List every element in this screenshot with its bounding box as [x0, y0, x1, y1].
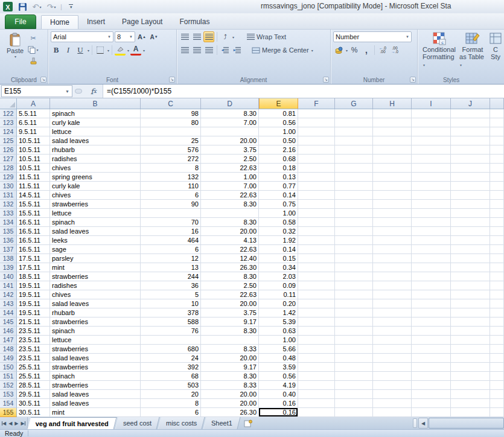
cell-B140[interactable]: strawberries [50, 272, 141, 281]
row-header-144[interactable]: 144 [0, 308, 17, 317]
cell-D132[interactable]: 8.30 [201, 200, 259, 209]
cell-D128[interactable]: 22.63 [201, 164, 259, 173]
cell-B145[interactable]: strawberries [50, 317, 141, 327]
cell-C133[interactable] [141, 209, 201, 218]
cell-partial[interactable] [490, 336, 504, 345]
cell-B143[interactable]: salad leaves [50, 299, 141, 308]
align-right-icon[interactable] [203, 45, 214, 56]
cell-J125[interactable] [451, 136, 490, 145]
align-center-icon[interactable] [191, 45, 202, 56]
cell-D139[interactable]: 26.30 [201, 263, 259, 272]
cell-G144[interactable] [335, 308, 373, 317]
cell-I124[interactable] [412, 127, 451, 136]
cell-F154[interactable] [298, 399, 335, 408]
cell-G149[interactable] [335, 354, 373, 363]
cell-F139[interactable] [298, 263, 335, 272]
cell-B144[interactable]: rhubarb [50, 308, 141, 317]
cell-I128[interactable] [412, 164, 451, 173]
cell-H124[interactable] [373, 127, 412, 136]
row-header-126[interactable]: 126 [0, 145, 17, 155]
cell-A135[interactable]: 16.5.11 [17, 227, 50, 236]
cell-C125[interactable]: 25 [141, 136, 201, 145]
cell-C126[interactable]: 576 [141, 145, 201, 155]
cell-G143[interactable] [335, 299, 373, 308]
wrap-text-button[interactable]: Wrap Text [245, 31, 288, 42]
cell-E124[interactable]: 1.00 [259, 127, 298, 136]
cell-I152[interactable] [412, 381, 451, 390]
cell-A142[interactable]: 19.5.11 [17, 290, 50, 299]
tab-formulas[interactable]: Formulas [171, 15, 218, 29]
cell-A138[interactable]: 17.5.11 [17, 254, 50, 263]
row-header-153[interactable]: 153 [0, 390, 17, 399]
cell-J127[interactable] [451, 155, 490, 164]
accounting-dropdown-icon[interactable]: ▾ [346, 48, 348, 53]
row-header-146[interactable]: 146 [0, 327, 17, 336]
cell-H142[interactable] [373, 290, 412, 299]
cell-I143[interactable] [412, 299, 451, 308]
cell-I131[interactable] [412, 191, 451, 200]
cell-H122[interactable] [373, 109, 412, 118]
cell-J148[interactable] [451, 345, 490, 354]
cell-D129[interactable]: 1.00 [201, 173, 259, 182]
cell-J153[interactable] [451, 390, 490, 399]
cell-partial[interactable] [490, 363, 504, 372]
cell-F130[interactable] [298, 182, 335, 191]
cell-A146[interactable]: 23.5.11 [17, 327, 50, 336]
cell-E138[interactable]: 0.15 [259, 254, 298, 263]
cell-C130[interactable]: 110 [141, 182, 201, 191]
align-left-icon[interactable] [179, 45, 190, 56]
cell-H123[interactable] [373, 118, 412, 127]
cell-C139[interactable]: 13 [141, 263, 201, 272]
cell-J146[interactable] [451, 327, 490, 336]
cell-G151[interactable] [335, 372, 373, 381]
cell-D123[interactable]: 7.00 [201, 118, 259, 127]
cell-E123[interactable]: 0.56 [259, 118, 298, 127]
underline-button[interactable]: U [75, 45, 86, 56]
row-header-136[interactable]: 136 [0, 236, 17, 245]
cell-B136[interactable]: leeks [50, 236, 141, 245]
cell-G148[interactable] [335, 345, 373, 354]
cell-I129[interactable] [412, 173, 451, 182]
cell-C151[interactable]: 68 [141, 372, 201, 381]
cell-G127[interactable] [335, 155, 373, 164]
increase-indent-icon[interactable]: ▸ [232, 45, 243, 56]
cell-E129[interactable]: 0.13 [259, 173, 298, 182]
column-header-J[interactable]: J [451, 98, 490, 109]
cell-G139[interactable] [335, 263, 373, 272]
cell-E125[interactable]: 0.50 [259, 136, 298, 145]
cell-D151[interactable]: 8.30 [201, 372, 259, 381]
cell-B150[interactable]: strawberries [50, 363, 141, 372]
cell-E134[interactable]: 0.58 [259, 218, 298, 227]
cell-G142[interactable] [335, 290, 373, 299]
cell-J136[interactable] [451, 236, 490, 245]
cell-I146[interactable] [412, 327, 451, 336]
cell-I145[interactable] [412, 317, 451, 327]
cell-B138[interactable]: parsley [50, 254, 141, 263]
cell-B129[interactable]: spring greens [50, 173, 141, 182]
borders-icon[interactable] [95, 45, 106, 56]
cell-F140[interactable] [298, 272, 335, 281]
copy-icon[interactable]: ▾ [28, 44, 39, 55]
row-header-127[interactable]: 127 [0, 155, 17, 164]
cell-J143[interactable] [451, 299, 490, 308]
cell-B153[interactable]: salad leaves [50, 390, 141, 399]
cell-A126[interactable]: 10.5.11 [17, 145, 50, 155]
cell-H137[interactable] [373, 245, 412, 254]
cell-A125[interactable]: 10.5.11 [17, 136, 50, 145]
cell-H128[interactable] [373, 164, 412, 173]
grow-font-icon[interactable]: A▲ [136, 31, 147, 42]
align-middle-icon[interactable] [191, 31, 202, 42]
first-sheet-icon[interactable]: ◀ [2, 421, 6, 426]
cell-H134[interactable] [373, 218, 412, 227]
next-sheet-icon[interactable]: ▶ [14, 421, 18, 426]
row-header-147[interactable]: 147 [0, 336, 17, 345]
column-header-A[interactable]: A [17, 98, 50, 109]
cell-F151[interactable] [298, 372, 335, 381]
insert-worksheet-icon[interactable] [239, 417, 257, 429]
cell-C137[interactable]: 6 [141, 245, 201, 254]
cell-E146[interactable]: 0.63 [259, 327, 298, 336]
cell-F129[interactable] [298, 173, 335, 182]
cell-D135[interactable]: 20.00 [201, 227, 259, 236]
sheet-tab-veg-and-fruit-harvested[interactable]: veg and fruit harvested [27, 417, 116, 429]
decrease-indent-icon[interactable]: ◂ [220, 45, 231, 56]
